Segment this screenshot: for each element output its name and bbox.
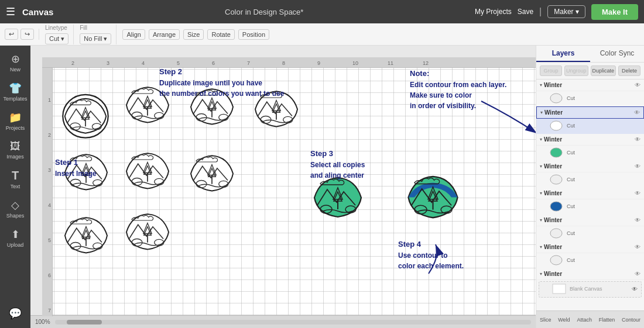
sticker-1 [60,89,111,141]
canvas-area[interactable]: 2 3 4 5 6 7 8 9 10 11 12 1 2 3 4 5 6 7 [30,46,536,328]
step2-annotation: Step 2 Duplicate image until you have th… [159,66,284,99]
attach-button[interactable]: Attach [577,317,592,323]
group-button[interactable]: Group [540,65,562,76]
canvas-bottom-bar: 100% [30,315,536,328]
eye-icon-7[interactable]: 👁 [635,244,640,250]
right-panel: Layers Color Sync Group Ungroup Duplicat… [536,46,644,328]
undo-button[interactable]: ↩ [5,29,18,40]
step4-annotation: Step 4 Use contour to color each element… [398,239,464,271]
eye-icon-3[interactable]: 👁 [635,136,640,143]
make-it-button[interactable]: Make It [591,4,638,20]
layer-item-4[interactable]: ▾ Winter 👁 [536,161,644,172]
chat-icon: 💬 [9,307,22,320]
colored-sticker-2 [402,165,464,230]
fill-select[interactable]: No Fill ▾ [80,33,111,44]
arrange-button[interactable]: Arrange [149,29,180,40]
eye-icon-2[interactable]: 👁 [634,109,640,116]
shapes-icon: ◇ [11,199,19,212]
sidebar-item-upload[interactable]: ⬆ Upload [2,225,28,251]
eye-icon-6[interactable]: 👁 [635,217,640,223]
step1-annotation: Step 1 Insert Image [55,157,97,179]
sticker-6 [121,144,174,195]
weld-button[interactable]: Weld [558,317,570,323]
bottom-actions: Slice Weld Attach Flatten Contour [536,310,644,328]
app-title: Canvas [22,7,53,17]
sticker-7 [186,146,238,198]
layer-sub-2: Cut [536,119,644,134]
upload-icon: ⬆ [11,228,20,241]
tab-layers[interactable]: Layers [536,46,590,62]
eye-icon-blank[interactable]: 👁 [632,286,638,292]
delete-button[interactable]: Delete [618,65,640,76]
eye-icon-8[interactable]: 👁 [635,271,640,277]
align-button[interactable]: Align [122,29,145,40]
flatten-button[interactable]: Flatten [599,317,615,323]
svg-point-63 [550,256,562,265]
layer-item-5[interactable]: ▾ Winter 👁 [536,188,644,199]
step3-annotation: Step 3 Select all copies and aling cente… [310,148,365,181]
eye-icon-5[interactable]: 👁 [635,190,640,196]
ruler-vertical: 1 2 3 4 5 6 7 8 9 [42,68,53,316]
zoom-level: 100% [35,319,50,325]
sidebar-item-images[interactable]: 🖼 Images [2,137,28,163]
maker-button[interactable]: Maker ▾ [547,5,585,18]
panel-actions: Group Ungroup Duplicate Delete [536,63,644,80]
duplicate-button[interactable]: Duplicate [591,65,616,76]
layer-list: ▾ Winter 👁 Cut ▾ Winter 👁 Cut [536,80,644,310]
fill-label: Fill [80,25,87,31]
panel-tabs: Layers Color Sync [536,46,644,63]
svg-point-59 [550,148,562,157]
new-icon: ⊕ [11,53,20,65]
linetype-label: Linetype [45,25,67,31]
svg-point-57 [550,94,562,103]
sidebar-item-projects[interactable]: 📁 Projects [2,108,28,134]
eye-icon-4[interactable]: 👁 [635,163,640,170]
redo-button[interactable]: ↪ [20,29,34,40]
menu-icon[interactable]: ☰ [6,5,15,18]
layer-sub-8-blank: Blank Canvas 👁 [539,281,642,298]
svg-point-61 [550,202,562,211]
sidebar-item-chat[interactable]: 💬 [2,303,28,323]
left-sidebar: ⊕ New 👕 Templates 📁 Projects 🖼 Images T … [0,46,30,328]
linetype-select[interactable]: Cut ▾ [45,33,68,44]
layer-item-1[interactable]: ▾ Winter 👁 [536,80,644,91]
position-button[interactable]: Position [238,29,269,40]
sidebar-item-templates[interactable]: 👕 Templates [2,78,28,105]
layer-item-2[interactable]: ▾ Winter 👁 [536,106,644,119]
sticker-9 [121,205,174,256]
svg-point-60 [550,175,562,184]
layer-sub-5: Cut [536,199,644,215]
text-icon: T [12,169,19,182]
horizontal-scrollbar[interactable] [55,320,531,324]
save-button[interactable]: Save [518,8,533,16]
ruler-horizontal: 2 3 4 5 6 7 8 9 10 11 12 [42,57,536,68]
canvas-grid: 2 3 4 5 6 7 8 9 10 11 12 1 2 3 4 5 6 7 [42,57,536,316]
layer-item-3[interactable]: ▾ Winter 👁 [536,134,644,146]
sidebar-item-text[interactable]: T Text [2,165,28,193]
toolbar: ↩ ↪ Linetype Cut ▾ Fill No Fill ▾ Align … [0,23,644,46]
layer-sub-6: Cut [536,226,644,241]
layer-item-8[interactable]: ▾ Winter 👁 [536,268,644,280]
divider: | [539,6,542,17]
slice-button[interactable]: Slice [540,317,551,323]
main-area: ⊕ New 👕 Templates 📁 Projects 🖼 Images T … [0,46,644,328]
sidebar-item-new[interactable]: ⊕ New [2,49,28,76]
tab-color-sync[interactable]: Color Sync [590,46,644,62]
size-button[interactable]: Size [183,29,204,40]
svg-point-58 [550,121,562,130]
my-projects-button[interactable]: My Projects [475,8,512,16]
contour-button[interactable]: Contour [622,317,640,323]
sidebar-item-shapes[interactable]: ◇ Shapes [2,195,28,222]
eye-icon-1[interactable]: 👁 [635,82,640,88]
document-title: Color in Design Space* [225,8,303,16]
layer-item-7[interactable]: ▾ Winter 👁 [536,241,644,253]
rotate-button[interactable]: Rotate [207,29,234,40]
layer-sub-1: Cut [536,91,644,106]
ungroup-button[interactable]: Ungroup [564,65,588,76]
scrollbar-thumb[interactable] [67,320,102,324]
images-icon: 🖼 [10,140,20,153]
top-bar: ☰ Canvas Color in Design Space* My Proje… [0,0,644,23]
projects-icon: 📁 [9,111,22,124]
svg-point-62 [550,229,562,238]
layer-item-6[interactable]: ▾ Winter 👁 [536,215,644,226]
